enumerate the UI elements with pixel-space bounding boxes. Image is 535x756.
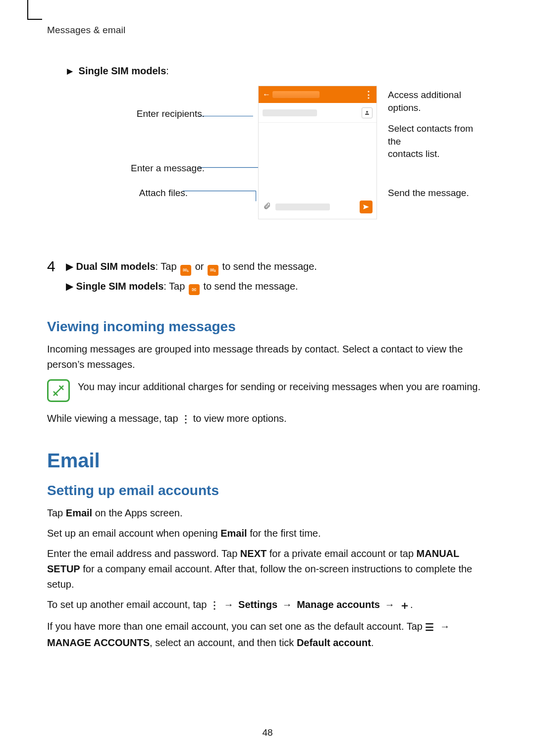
callout-recipients: Enter recipients.: [67, 107, 205, 120]
step-number: 4: [47, 259, 66, 298]
compose-bottom-bar: [259, 197, 376, 217]
recipients-field-blur[interactable]: [263, 109, 317, 116]
arrow-right-icon: →: [224, 599, 234, 610]
triangle-bullet-icon: ▶: [66, 279, 73, 294]
email-p1: Tap Email on the Apps screen.: [47, 505, 488, 521]
email-p4: To set up another email account, tap → S…: [47, 597, 488, 614]
note-icon: [47, 379, 70, 402]
hamburger-icon: [425, 620, 435, 635]
compose-topbar: ← ⋮: [259, 86, 376, 103]
callout-contacts-l2: contacts list.: [388, 149, 440, 159]
viewing-heading: Viewing incoming messages: [47, 319, 488, 335]
page-corner-mark: [27, 0, 42, 20]
roaming-note: You may incur additional charges for sen…: [47, 379, 488, 402]
callout-contacts-l1: Select contacts from the: [388, 123, 473, 147]
compose-title-blur: [272, 91, 320, 98]
callout-attach: Attach files.: [67, 187, 188, 200]
email-p3: Enter the email address and password. Ta…: [47, 546, 488, 592]
step4-dual-line: ▶ Dual SIM models: Tap or to send the me…: [66, 259, 488, 276]
back-icon[interactable]: ←: [263, 90, 269, 99]
send-icon[interactable]: [360, 201, 373, 213]
compose-screenshot-diagram: ← ⋮: [67, 86, 488, 239]
compose-screenshot: ← ⋮: [258, 86, 377, 219]
recipients-row: [259, 103, 376, 123]
header-breadcrumb: Messages & email: [47, 25, 488, 36]
single-sim-label: Single SIM models: [79, 65, 166, 76]
page-number: 48: [0, 727, 535, 738]
while-viewing-line: While viewing a message, tap to view mor…: [47, 411, 488, 427]
viewing-body: Incoming messages are grouped into messa…: [47, 342, 488, 372]
arrow-right-icon: →: [385, 599, 395, 610]
more-options-icon[interactable]: ⋮: [364, 90, 373, 99]
contacts-picker-icon[interactable]: [362, 107, 373, 118]
send-sim1-icon: [180, 265, 191, 276]
callout-message: Enter a message.: [67, 162, 205, 175]
arrow-right-icon: →: [282, 599, 292, 610]
callout-send: Send the message.: [388, 187, 469, 200]
triangle-bullet-icon: ▶: [66, 259, 73, 274]
plus-icon: ＋: [399, 597, 410, 614]
single-sim-heading: ▶ Single SIM models:: [67, 65, 488, 77]
callout-contacts: Select contacts from the contacts list.: [388, 122, 488, 160]
dual-sim-label: Dual SIM models: [76, 261, 156, 272]
callout-options: Access additional options.: [388, 89, 488, 114]
send-sim2-icon: [208, 265, 218, 276]
step4-single-line: ▶ Single SIM models: Tap to send the mes…: [66, 279, 488, 296]
message-field-blur[interactable]: [275, 203, 330, 210]
step-4: 4 ▶ Dual SIM models: Tap or to send the …: [47, 259, 488, 298]
single-sim-label-2: Single SIM models: [76, 281, 164, 292]
triangle-bullet-icon: ▶: [67, 66, 73, 76]
compose-body-area[interactable]: [259, 123, 376, 197]
attach-icon[interactable]: [263, 202, 271, 212]
kebab-icon: [210, 598, 219, 613]
email-heading: Email: [47, 450, 488, 472]
kebab-icon: [181, 411, 190, 427]
arrow-right-icon: →: [440, 621, 450, 632]
email-p5: If you have more than one email account,…: [47, 619, 488, 651]
email-p2: Set up an email account when opening Ema…: [47, 526, 488, 541]
email-sub-heading: Setting up email accounts: [47, 483, 488, 499]
send-icon-inline: [189, 284, 200, 295]
note-text: You may incur additional charges for sen…: [78, 379, 481, 402]
